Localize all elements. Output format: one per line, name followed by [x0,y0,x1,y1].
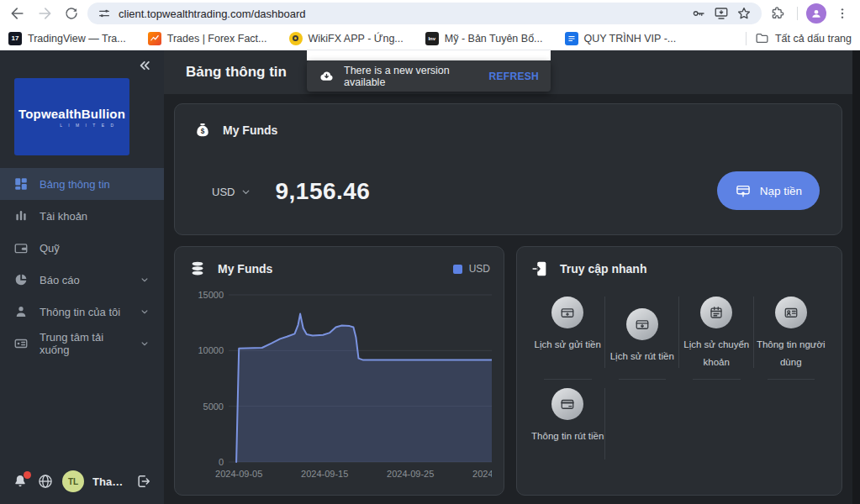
svg-text:5000: 5000 [203,402,224,412]
reload-icon[interactable] [61,3,82,24]
funds-chart-card: My Funds USD 0500010000150002024-09-0520… [174,246,504,496]
coins-stack-icon [188,260,207,278]
install-icon[interactable] [714,6,729,21]
legend-label: USD [469,263,490,275]
brand-logo-title: TopwealthBullion [18,107,125,121]
currency-value: USD [212,186,235,198]
toast-backdrop [307,50,551,60]
sidebar-item-funds[interactable]: Quỹ [0,232,164,264]
chevron-down-icon [139,338,150,349]
svg-text:2024-09-25: 2024-09-25 [387,469,434,479]
quick-link-user-info[interactable]: Thông tin người dùng [754,288,829,380]
sidebar-item-reports[interactable]: Báo cáo [0,264,164,296]
svg-text:2024-09-15: 2024-09-15 [301,469,348,479]
withdraw-info-icon [551,388,583,420]
sidebar-collapse-icon[interactable] [135,57,152,77]
quick-link-label: Lịch sử gửi tiền [535,336,601,354]
extensions-icon[interactable] [767,3,789,24]
quick-link-label: Thông tin người dùng [754,336,829,372]
dashboard-app: TopwealthBullion L I M I T E D Bảng thôn… [0,50,860,504]
quick-link-label: Lịch sử rút tiền [610,348,674,365]
toolbar-divider [797,7,798,20]
svg-text:2024-10-05: 2024-10-05 [472,469,492,479]
new-version-toast: There is a new version available REFRESH [307,60,551,92]
quick-link-label: Thông tin rút tiền [531,428,604,445]
quick-access-icon [530,260,549,278]
bookmark-item[interactable]: 17 TradingView — Tra... [8,32,126,45]
pie-chart-icon [13,272,29,287]
bookmark-label: TradingView — Tra... [28,33,126,45]
folder-icon [755,31,769,45]
sidebar-item-label: Báo cáo [40,274,80,286]
user-name[interactable]: Thanh ... [92,475,127,488]
address-bar[interactable]: client.topwealthtrading.com/dashboard [87,3,762,24]
notification-badge [24,471,31,479]
user-avatar[interactable]: TL [62,470,84,492]
deposit-button[interactable]: Nạp tiền [717,171,820,210]
svg-text:15000: 15000 [198,290,224,300]
sidebar-item-my-info[interactable]: Thông tin của tôi [0,296,164,328]
funds-balance-card: $ My Funds USD 9,156.46 [174,103,842,235]
bookmark-label: Trades | Forex Fact... [167,33,267,45]
quick-link-withdraw-history[interactable]: Lịch sử rút tiền [605,288,680,380]
chart-legend: USD [453,263,490,275]
brand-logo: TopwealthBullion L I M I T E D [14,78,129,155]
bookmarks-divider [746,32,747,45]
chevron-down-icon [139,306,150,318]
quick-link-transfer-history[interactable]: Lịch sử chuyển khoản [679,288,754,380]
profile-avatar[interactable] [806,3,826,24]
wikifx-favicon [289,32,303,45]
sidebar-item-download-center[interactable]: Trung tâm tải xuống [0,328,164,360]
sidebar-item-accounts[interactable]: Tài khoản [0,200,164,232]
browser-chrome: client.topwealthtrading.com/dashboard 17 [0,0,860,50]
page-title: Bảng thông tin [186,64,287,81]
transfer-history-icon [700,297,732,328]
bookmark-item[interactable]: Trades | Forex Fact... [148,32,267,45]
bookmark-item[interactable]: QUY TRÌNH VIP -... [565,32,677,45]
deposit-card-icon [735,182,752,199]
accounts-icon [13,208,29,223]
quick-access-grid: Lịch sử gửi tiền Lịch sử rút tiền [530,288,828,471]
browser-toolbar: client.topwealthtrading.com/dashboard [0,0,860,27]
forward-icon[interactable] [34,3,55,24]
quick-link-label: Lịch sử chuyển khoản [679,336,754,372]
back-icon[interactable] [7,3,29,24]
bookmark-item[interactable]: Inv Mỹ - Bản Tuyên Bố... [425,32,543,45]
sidebar-item-dashboard[interactable]: Bảng thông tin [0,168,164,200]
site-settings-icon[interactable] [98,7,111,20]
quick-access-empty-cell [754,380,829,471]
bookmark-star-icon[interactable] [736,6,752,21]
browser-menu-icon[interactable] [831,3,853,24]
quick-link-withdraw-info[interactable]: Thông tin rút tiền [530,380,605,471]
vip-favicon [565,32,578,45]
dashboard-icon [13,176,29,192]
refresh-button[interactable]: REFRESH [489,71,539,82]
logout-icon[interactable] [135,473,152,490]
password-key-icon[interactable] [691,6,706,21]
brand-logo-subtitle: L I M I T E D [60,123,116,128]
quick-access-card: Truy cập nhanh Lịch sử gửi tiền [516,246,842,496]
currency-select[interactable]: USD [212,186,251,198]
cloud-download-icon [319,68,335,84]
card-title: My Funds [223,123,277,137]
forexfactory-favicon [148,32,161,45]
scrollbar[interactable] [852,50,860,504]
sidebar-item-label: Quỹ [40,242,60,255]
bookmark-item[interactable]: WikiFX APP - Ứng... [289,32,404,45]
bookmark-label: QUY TRÌNH VIP -... [584,33,677,45]
bookmark-label: Mỹ - Bản Tuyên Bố... [445,33,543,45]
notifications-bell-icon[interactable] [12,473,29,490]
svg-text:10000: 10000 [198,345,224,355]
all-bookmarks-button[interactable]: Tất cả dấu trang [755,31,852,45]
card-title: Truy cập nhanh [560,262,646,276]
funds-chart: 0500010000150002024-09-052024-09-152024-… [188,285,492,482]
sidebar-item-label: Thông tin của tôi [40,306,120,318]
language-globe-icon[interactable] [37,473,54,490]
quick-link-deposit-history[interactable]: Lịch sử gửi tiền [530,288,605,380]
bookmark-label: WikiFX APP - Ứng... [309,33,404,45]
sidebar-footer: TL Thanh ... [0,470,164,504]
tradingview-favicon: 17 [8,32,22,45]
sidebar: TopwealthBullion L I M I T E D Bảng thôn… [0,50,164,504]
main-area: Bảng thông tin There is a new version av… [164,50,852,504]
dashboard-content: $ My Funds USD 9,156.46 [164,94,852,504]
